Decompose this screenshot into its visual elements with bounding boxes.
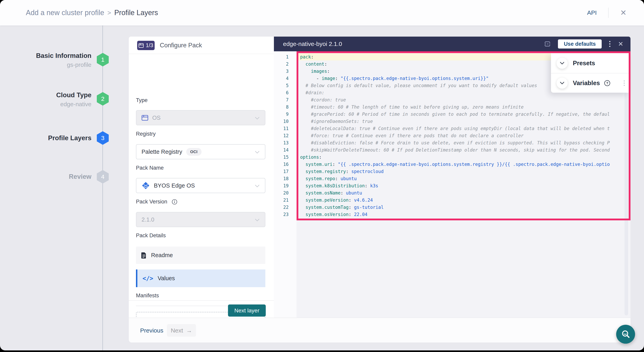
- code-line[interactable]: options:: [298, 154, 629, 161]
- line-number: 9: [274, 111, 296, 118]
- compare-view-icon[interactable]: [544, 41, 551, 47]
- use-defaults-button[interactable]: Use defaults: [558, 39, 602, 49]
- editor-close-icon[interactable]: ✕: [618, 40, 623, 48]
- editor-body: 1234567891011121314151617181920212223 pa…: [274, 51, 630, 317]
- next-label: Next: [171, 327, 183, 334]
- chevron-down-icon[interactable]: [556, 58, 568, 69]
- step-cloud-type[interactable]: Cloud Type edge-native: [22, 91, 92, 108]
- header-actions: API ✕: [587, 0, 626, 26]
- step-title: Cloud Type: [22, 91, 92, 99]
- pack-details-label: Pack Details: [136, 232, 166, 239]
- readme-label: Readme: [151, 252, 173, 258]
- line-number: 22: [274, 204, 296, 211]
- line-number: 10: [274, 118, 296, 125]
- api-link[interactable]: API: [587, 9, 597, 16]
- code-line[interactable]: #gracePeriod: 60 # Period of time in sec…: [298, 111, 629, 118]
- code-line[interactable]: system.osVersion: 22.04: [298, 211, 629, 218]
- stepper-connector-line: [102, 26, 103, 350]
- pack-window-icon: [138, 43, 144, 48]
- code-line[interactable]: system.repo: ubuntu: [298, 175, 629, 182]
- code-line[interactable]: system.peVersion: v4.6.24: [298, 196, 629, 204]
- code-line[interactable]: system.uri: "{{ .spectro.pack.edge-nativ…: [298, 161, 629, 168]
- editor-menu-icon[interactable]: [608, 40, 611, 48]
- line-number: 5: [274, 82, 296, 89]
- presets-toggle[interactable]: Presets: [551, 53, 629, 73]
- step-2-badge[interactable]: 2: [97, 92, 109, 106]
- close-icon[interactable]: ✕: [620, 9, 626, 17]
- step-basic-information[interactable]: Basic Information gs-profile: [22, 52, 92, 69]
- pack-values-editor: edge-native-byoi 2.1.0 Use defaults ✕ 12…: [274, 37, 630, 317]
- step-3-badge[interactable]: 3: [97, 131, 109, 145]
- previous-button[interactable]: Previous: [140, 318, 164, 343]
- variables-toggle[interactable]: Variables ?: [551, 73, 629, 93]
- configure-pack-title: Configure Pack: [160, 37, 202, 54]
- line-number: 15: [274, 154, 296, 161]
- pack-name-value: BYOS Edge OS: [154, 182, 195, 189]
- line-number: 20: [274, 189, 296, 196]
- manifests-label: Manifests: [136, 292, 159, 299]
- line-number: 2: [274, 61, 296, 68]
- editor-header: edge-native-byoi 2.1.0 Use defaults ✕: [274, 37, 630, 51]
- code-line[interactable]: #ignoreDaemonSets: true: [298, 118, 629, 125]
- code-line[interactable]: system.osName: ubuntu: [298, 189, 629, 196]
- code-line[interactable]: system.customTag: gs-tutorial: [298, 204, 629, 211]
- line-number: 12: [274, 132, 296, 139]
- line-number: 21: [274, 196, 296, 204]
- step-title: Review: [22, 173, 92, 181]
- step-number: 1: [101, 56, 104, 63]
- search-fab-button[interactable]: [616, 325, 635, 344]
- line-number: 13: [274, 139, 296, 146]
- breadcrumb-separator: >: [107, 9, 111, 17]
- code-line[interactable]: #cordon: true: [298, 96, 629, 103]
- line-number: 18: [274, 175, 296, 182]
- info-icon[interactable]: [172, 199, 178, 205]
- code-line[interactable]: #force: true # Continue even if there ar…: [298, 132, 629, 139]
- pack-step-badge: 1/3: [137, 41, 155, 50]
- search-icon: [620, 329, 631, 339]
- step-number: 3: [101, 135, 104, 141]
- chevron-down-icon: [254, 182, 260, 189]
- code-line[interactable]: #skipWaitForDeleteTimeout: 60 # If pod D…: [298, 146, 629, 154]
- chevron-down-icon: [254, 149, 260, 155]
- editor-title: edge-native-byoi 2.1.0: [283, 41, 342, 47]
- document-icon: [141, 252, 147, 259]
- chevron-down-icon: [254, 115, 260, 121]
- byos-pack-logo-icon: [142, 181, 150, 190]
- chevron-down-icon[interactable]: [556, 78, 568, 89]
- registry-select[interactable]: Palette Registry OCI: [136, 144, 265, 159]
- line-number: 4: [274, 75, 296, 82]
- presets-label: Presets: [573, 60, 595, 67]
- breadcrumb-parent[interactable]: Add a new cluster profile: [26, 9, 104, 17]
- code-line[interactable]: system.k8sDistribution: k3s: [298, 182, 629, 189]
- next-button[interactable]: Next →: [167, 324, 196, 337]
- add-cluster-profile-page: Add a new cluster profile > Profile Laye…: [0, 0, 644, 350]
- arrow-right-icon: →: [186, 327, 192, 334]
- step-4-badge[interactable]: 4: [97, 170, 109, 184]
- step-1-badge[interactable]: 1: [97, 53, 109, 67]
- editor-gutter: 1234567891011121314151617181920212223: [274, 51, 296, 317]
- code-line[interactable]: #deleteLocalData: true # Continue even i…: [298, 125, 629, 132]
- values-tab[interactable]: </> Values: [136, 269, 265, 287]
- step-number: 2: [101, 96, 104, 102]
- code-line[interactable]: #disableEviction: false # Force drain to…: [298, 139, 629, 146]
- next-layer-button[interactable]: Next layer: [228, 304, 266, 317]
- wizard-footer: Previous Next →: [129, 317, 630, 342]
- step-profile-layers[interactable]: Profile Layers: [22, 134, 92, 142]
- pack-version-select[interactable]: 2.1.0: [136, 212, 265, 227]
- line-number: 11: [274, 125, 296, 132]
- step-review[interactable]: Review: [22, 173, 92, 181]
- type-select[interactable]: OS: [136, 110, 265, 125]
- variables-menu-icon[interactable]: [623, 80, 626, 87]
- code-line[interactable]: #timeout: 60 # The length of time to wai…: [298, 103, 629, 111]
- line-number: 16: [274, 161, 296, 168]
- form-footer-divider: [129, 300, 274, 301]
- header-divider: [608, 8, 608, 18]
- code-line[interactable]: system.registry: spectrocloud: [298, 168, 629, 175]
- os-layer-icon: [142, 115, 148, 121]
- line-number: 3: [274, 68, 296, 75]
- help-icon[interactable]: ?: [604, 80, 610, 87]
- registry-value: Palette Registry: [142, 149, 182, 155]
- pack-name-select[interactable]: BYOS Edge OS: [136, 178, 265, 193]
- readme-tab[interactable]: Readme: [136, 247, 265, 264]
- line-number: 19: [274, 182, 296, 189]
